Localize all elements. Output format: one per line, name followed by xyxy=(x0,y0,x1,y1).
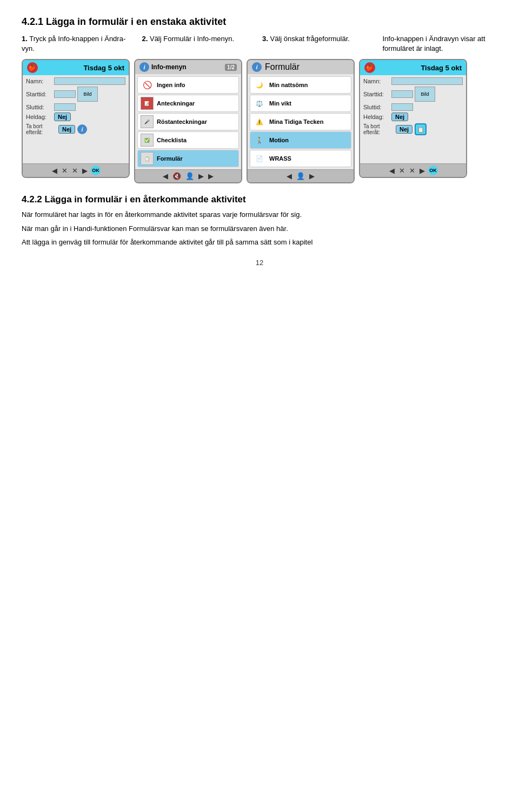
motion-icon: 🚶 xyxy=(253,134,266,147)
checklista-icon: ✅ xyxy=(141,134,154,147)
formulär-icon: 📋 xyxy=(141,152,154,165)
anteckningar-icon: 📝 xyxy=(141,97,154,110)
bild-box4: Bild xyxy=(415,87,435,102)
menu-item-anteckningar-label: Anteckningar xyxy=(157,100,195,107)
input-sluttid4[interactable] xyxy=(391,103,413,111)
screen2-footer: ◀ 🔇 👤 ▶ ▶ xyxy=(135,169,241,182)
screen3-footer: ◀ 👤 ▶ xyxy=(248,169,354,182)
play-btn1[interactable]: ▶ xyxy=(81,166,89,175)
ok-btn4[interactable]: OK xyxy=(428,166,438,175)
menu-item-checklista[interactable]: ✅ Checklista xyxy=(137,131,239,149)
back-btn2[interactable]: ◀ xyxy=(162,171,169,181)
nej-btn1[interactable]: Nej xyxy=(54,113,71,121)
screen1-day: Tisdag 5 okt xyxy=(83,64,124,72)
screen3-header: i Formulär xyxy=(248,60,354,74)
formulär-vikt-label: Min vikt xyxy=(269,100,291,107)
label-sluttid4: Sluttid: xyxy=(363,104,391,110)
formulär-item-tidiga-tecken[interactable]: ⚠️ Mina Tidiga Tecken xyxy=(250,113,351,130)
screen1-container: 🍎 Tisdag 5 okt Namn: Starttid: Bild Slut… xyxy=(22,59,130,178)
screen4-device: 🍎 Tisdag 5 okt Namn: Starttid: Bild Slut… xyxy=(359,59,467,178)
formulär-tidiga-tecken-label: Mina Tidiga Tecken xyxy=(269,118,323,125)
screen3-title: Formulär xyxy=(265,62,300,72)
apple-icon: 🍎 xyxy=(27,62,38,73)
vikt-icon: ⚖️ xyxy=(253,97,266,110)
info-btn4[interactable]: 📋 xyxy=(415,123,427,135)
fwd-btn2[interactable]: ▶ xyxy=(197,171,205,181)
section2-p1: När formuläret har lagts in för en återk… xyxy=(22,209,497,220)
main-heading: 4.2.1 Lägga in formulär i en enstaka akt… xyxy=(22,16,497,28)
nej-btn5[interactable]: Nej xyxy=(396,125,412,134)
menu-item-ingen-info[interactable]: 🚫 Ingen info xyxy=(137,76,239,94)
screen4-day: Tisdag 5 okt xyxy=(421,64,462,72)
menu-item-ingen-info-label: Ingen info xyxy=(157,82,185,88)
page-number: 12 xyxy=(22,259,497,267)
info-btn1[interactable]: i xyxy=(77,124,87,134)
back-btn3[interactable]: ◀ xyxy=(285,171,293,181)
x-btn4[interactable]: ✕ xyxy=(408,166,416,175)
label-namn1: Namn: xyxy=(26,78,54,84)
x-btn1[interactable]: ✕ xyxy=(71,166,79,175)
nej-btn2[interactable]: Nej xyxy=(58,125,75,134)
input-starttid4[interactable] xyxy=(391,90,413,98)
person-btn2[interactable]: 👤 xyxy=(184,171,195,181)
menu-item-formulär-label: Formulär xyxy=(157,155,183,162)
screen2-device: i Info-menyn 1/2 🚫 Ingen info 📝 Anteckni… xyxy=(134,59,242,183)
screen4-header: 🍎 Tisdag 5 okt xyxy=(360,60,466,75)
label-tabort1: Ta bort efteråt: xyxy=(26,123,58,135)
input-sluttid1[interactable] xyxy=(54,103,76,111)
label-heldag4: Heldag: xyxy=(363,114,391,120)
label-tabort4: Ta bort efteråt: xyxy=(363,123,396,135)
cancel-btn1[interactable]: ✕ xyxy=(61,166,69,175)
formulär-item-motion[interactable]: 🚶 Motion xyxy=(250,131,351,149)
next-btn2[interactable]: ▶ xyxy=(207,171,215,181)
screen4-body: Namn: Starttid: Bild Sluttid: Heldag: Ne… xyxy=(360,75,466,163)
input-namn1[interactable] xyxy=(54,77,125,85)
formulär-item-nattsomn[interactable]: 🌙 Min nattsömn xyxy=(250,76,351,94)
tidiga-tecken-icon: ⚠️ xyxy=(253,115,266,128)
fwd-btn3[interactable]: ▶ xyxy=(308,171,316,181)
step3-desc: 3. Välj önskat frågeformulär. xyxy=(262,34,377,54)
play-btn4[interactable]: ▶ xyxy=(418,166,426,175)
screen3-container: i Formulär 🌙 Min nattsömn ⚖️ Min vikt ⚠️… xyxy=(247,59,355,183)
screen4-footer: ◀ ✕ ✕ ▶ OK xyxy=(360,163,466,177)
label-sluttid1: Sluttid: xyxy=(26,104,54,110)
screen3-device: i Formulär 🌙 Min nattsömn ⚖️ Min vikt ⚠️… xyxy=(247,59,355,183)
label-starttid1: Starttid: xyxy=(26,91,54,97)
person-btn3[interactable]: 👤 xyxy=(295,171,306,181)
menu-item-anteckningar[interactable]: 📝 Anteckningar xyxy=(137,95,239,112)
sound-btn2[interactable]: 🔇 xyxy=(171,171,182,181)
screen1-body: Namn: Starttid: Bild Sluttid: Heldag: Ne… xyxy=(23,75,129,163)
label-heldag1: Heldag: xyxy=(26,114,54,120)
input-starttid1[interactable] xyxy=(54,90,76,98)
menu-item-röst[interactable]: 🎤 Röstanteckningar xyxy=(137,113,239,130)
section2-heading: 4.2.2 Lägga in formulär i en återkommand… xyxy=(22,194,497,205)
label-namn4: Namn: xyxy=(363,78,391,84)
section2-p2: När man går in i Handi-funktionen Formul… xyxy=(22,223,497,234)
screen2-title: Info-menyn xyxy=(151,63,187,71)
ok-btn1[interactable]: OK xyxy=(91,166,101,175)
wrass-icon: 📄 xyxy=(253,152,266,165)
nattsomn-icon: 🌙 xyxy=(253,78,266,91)
info-icon2: i xyxy=(139,62,149,72)
formulär-item-vikt[interactable]: ⚖️ Min vikt xyxy=(250,95,351,112)
label-starttid4: Starttid: xyxy=(363,91,391,97)
screen1-device: 🍎 Tisdag 5 okt Namn: Starttid: Bild Slut… xyxy=(22,59,130,178)
input-namn4[interactable] xyxy=(391,77,463,85)
screen1-footer: ◀ ✕ ✕ ▶ OK xyxy=(23,163,129,177)
menu-item-checklista-label: Checklista xyxy=(157,137,187,143)
cancel-btn4[interactable]: ✕ xyxy=(398,166,406,175)
formulär-nattsomn-label: Min nattsömn xyxy=(269,82,308,88)
screen4-container: 🍎 Tisdag 5 okt Namn: Starttid: Bild Slut… xyxy=(359,59,467,178)
screen2-container: i Info-menyn 1/2 🚫 Ingen info 📝 Anteckni… xyxy=(134,59,242,183)
nej-btn4[interactable]: Nej xyxy=(391,113,408,121)
formulär-wrass-label: WRASS xyxy=(269,155,291,162)
menu-item-formulär[interactable]: 📋 Formulär xyxy=(137,150,239,167)
formulär-item-wrass[interactable]: 📄 WRASS xyxy=(250,150,351,167)
step4-desc: Info-knappen i Ändravyn visar att formul… xyxy=(383,34,498,54)
screen1-header: 🍎 Tisdag 5 okt xyxy=(23,60,129,75)
back-btn1[interactable]: ◀ xyxy=(51,166,58,175)
section2-p3: Att lägga in genväg till formulär för åt… xyxy=(22,237,497,248)
bild-box1: Bild xyxy=(77,87,98,102)
back-btn4[interactable]: ◀ xyxy=(388,166,396,175)
page-indicator2: 1/2 xyxy=(225,64,237,71)
